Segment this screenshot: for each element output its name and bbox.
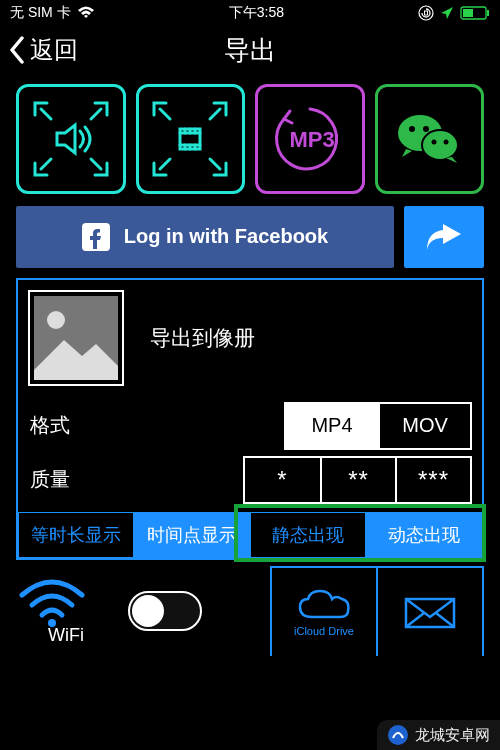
photo-placeholder-icon	[30, 292, 122, 384]
battery-icon	[460, 6, 490, 20]
quality-segment[interactable]: * ** ***	[243, 456, 472, 504]
album-thumbnail	[28, 290, 124, 386]
mp3-icon: MP3	[266, 95, 354, 183]
display-appear-row: 等时长显示 时间点显示 静态出现 动态出现	[18, 512, 482, 558]
wifi-transfer[interactable]: WiFi	[16, 575, 116, 646]
wifi-signal-icon	[77, 6, 95, 20]
facebook-label: Log in with Facebook	[124, 225, 328, 248]
album-label: 导出到像册	[150, 324, 255, 352]
wechat-icon	[394, 109, 464, 169]
expand-speaker-icon	[27, 95, 115, 183]
svg-point-0	[419, 6, 433, 20]
wifi-label: WiFi	[16, 625, 116, 646]
page-title: 导出	[224, 33, 276, 68]
quality-label: 质量	[28, 466, 158, 493]
quality-high[interactable]: ***	[395, 458, 470, 502]
format-mp4[interactable]: MP4	[286, 404, 378, 448]
back-button[interactable]: 返回	[0, 34, 78, 66]
watermark-logo-icon	[387, 724, 409, 746]
export-options-panel: 导出到像册 格式 MP4 MOV 质量 * ** *** 等时长显示 时间点显示…	[16, 278, 484, 560]
svg-rect-3	[487, 10, 489, 16]
export-format-row: MP3	[0, 74, 500, 202]
mp3-label: MP3	[289, 127, 334, 152]
svg-point-15	[422, 130, 458, 160]
appear-dynamic[interactable]: 动态出现	[366, 512, 482, 558]
rotation-lock-icon	[418, 5, 434, 21]
icloud-drive-button[interactable]: iCloud Drive	[270, 566, 378, 656]
share-button[interactable]	[404, 206, 484, 268]
display-equal-duration[interactable]: 等时长显示	[18, 512, 134, 558]
svg-point-19	[444, 139, 449, 144]
svg-rect-4	[463, 9, 473, 17]
format-label: 格式	[28, 412, 158, 439]
format-segment[interactable]: MP4 MOV	[284, 402, 472, 450]
export-audio-fullscreen[interactable]	[16, 84, 126, 194]
sim-status: 无 SIM 卡	[10, 4, 71, 22]
svg-rect-1	[424, 11, 427, 15]
mail-icon	[402, 593, 458, 631]
icloud-label: iCloud Drive	[294, 625, 354, 637]
quality-low[interactable]: *	[245, 458, 320, 502]
email-button[interactable]	[376, 566, 484, 656]
bottom-row: WiFi iCloud Drive	[0, 560, 500, 656]
export-video-fullscreen[interactable]	[136, 84, 246, 194]
status-bar: 无 SIM 卡 下午3:58	[0, 0, 500, 26]
expand-film-icon	[146, 95, 234, 183]
quality-med[interactable]: **	[320, 458, 395, 502]
format-mov[interactable]: MOV	[378, 404, 470, 448]
clock: 下午3:58	[229, 4, 284, 22]
svg-point-25	[388, 725, 408, 745]
chevron-left-icon	[8, 36, 26, 64]
export-wechat[interactable]	[375, 84, 485, 194]
wifi-toggle[interactable]	[128, 591, 202, 631]
facebook-icon	[82, 223, 110, 251]
svg-point-22	[47, 311, 65, 329]
svg-point-16	[409, 126, 415, 132]
export-mp3[interactable]: MP3	[255, 84, 365, 194]
svg-point-17	[423, 126, 429, 132]
watermark: 龙城安卓网	[377, 720, 500, 750]
appear-static[interactable]: 静态出现	[250, 512, 366, 558]
facebook-row: Log in with Facebook	[0, 202, 500, 278]
facebook-login-button[interactable]: Log in with Facebook	[16, 206, 394, 268]
wifi-icon	[16, 575, 88, 627]
share-arrow-icon	[423, 220, 465, 254]
display-timepoint[interactable]: 时间点显示	[134, 512, 250, 558]
nav-bar: 返回 导出	[0, 26, 500, 74]
cloud-icon	[296, 587, 352, 623]
watermark-text: 龙城安卓网	[415, 726, 490, 745]
svg-point-18	[432, 139, 437, 144]
location-icon	[440, 6, 454, 20]
back-label: 返回	[30, 34, 78, 66]
